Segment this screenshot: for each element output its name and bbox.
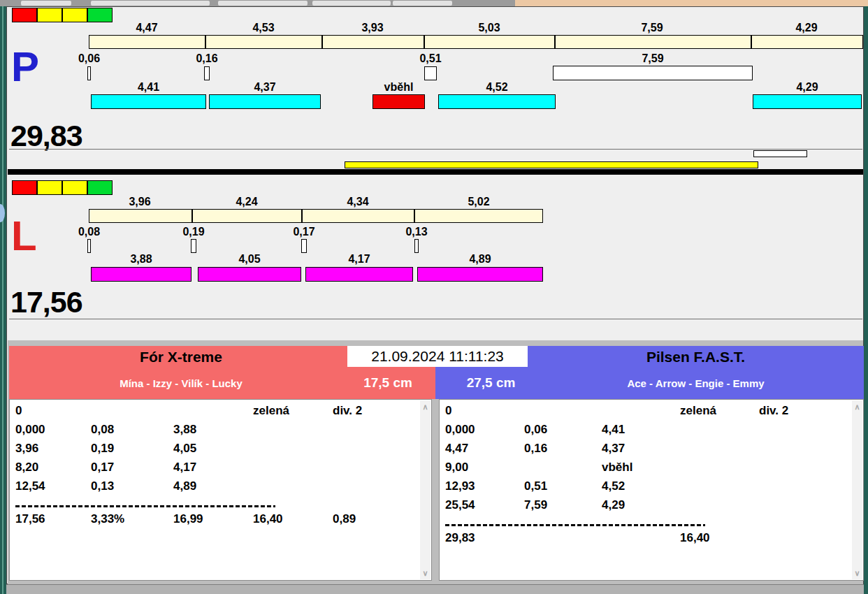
run-time-label: 4,41 <box>117 81 180 94</box>
panel-letter-p: P <box>11 46 67 88</box>
table-cell: div. 2 <box>759 404 788 418</box>
run-bar <box>91 94 206 109</box>
run-time-label: 4,05 <box>218 253 281 266</box>
start-marker <box>301 239 307 253</box>
panel-total-p: 29,83 <box>10 119 82 153</box>
table-cell: 0,13 <box>91 479 114 493</box>
split-tick <box>424 35 425 49</box>
results-table-left: ∧ ∨ <box>9 399 432 581</box>
dash-line <box>445 524 705 526</box>
background-toolbar-segment <box>218 1 308 6</box>
background-desktop-strip <box>515 0 868 6</box>
run-time-label: 4,89 <box>449 253 512 266</box>
start-marker <box>87 239 91 253</box>
scroll-up-icon[interactable]: ∧ <box>420 402 431 412</box>
panel-letter-l: L <box>11 215 67 257</box>
background-left-edge-line <box>2 6 3 594</box>
team-name-left: Fór X-treme <box>9 349 353 365</box>
dash-line <box>15 505 275 507</box>
team-name-right: Pilsen F.A.S.T. <box>528 349 864 365</box>
run-time-label: 4,29 <box>776 81 839 94</box>
table-cell: 4,17 <box>173 461 196 475</box>
table-cell: div. 2 <box>333 404 362 418</box>
table-cell: 29,83 <box>445 531 475 545</box>
table-cell: 3,33% <box>91 512 124 526</box>
run-bar <box>305 267 413 282</box>
background-toolbar-segment <box>91 1 210 6</box>
scrollbar-left[interactable]: ∧ ∨ <box>420 400 431 579</box>
panel-total-l: 17,56 <box>10 285 82 319</box>
table-cell: 4,41 <box>602 423 625 437</box>
run-bar <box>417 267 543 282</box>
run-time-label: 4,17 <box>328 253 391 266</box>
scrollbar-right[interactable]: ∧ ∨ <box>852 400 862 579</box>
split-time-label: 3,96 <box>108 196 171 208</box>
table-cell: 3,88 <box>173 423 196 437</box>
datetime-display: 21.09.2024 11:11:23 <box>347 346 528 367</box>
split-tick <box>554 35 556 49</box>
table-cell: 0,000 <box>445 423 475 437</box>
table-cell: 0 <box>445 404 451 418</box>
background-toolbar-segment <box>21 1 71 6</box>
traffic-light-green-l <box>87 180 113 195</box>
traffic-light-red-p <box>12 8 37 22</box>
panel-divider-line <box>9 319 862 319</box>
lane-divider <box>8 169 863 175</box>
traffic-light-red-l <box>12 180 37 195</box>
scroll-down-icon[interactable]: ∨ <box>420 568 431 578</box>
table-cell: 7,59 <box>524 498 547 512</box>
table-cell: 0 <box>15 404 22 418</box>
table-cell: 4,05 <box>173 442 196 456</box>
run-time-label: vběhl <box>368 81 431 94</box>
run-bar <box>372 94 425 109</box>
scroll-down-icon[interactable]: ∨ <box>852 568 862 578</box>
traffic-light-yellow1-p <box>37 8 62 22</box>
table-cell: 0,16 <box>524 442 547 456</box>
table-cell: 12,54 <box>15 479 45 493</box>
split-bar-l <box>89 209 543 223</box>
traffic-light-yellow1-l <box>37 180 62 195</box>
scroll-up-icon[interactable]: ∧ <box>852 402 862 412</box>
traffic-light-yellow2-l <box>62 180 87 195</box>
jump-height-left: 17,5 cm <box>349 375 426 391</box>
table-cell: 4,37 <box>602 442 625 456</box>
traffic-light-green-p <box>87 8 113 22</box>
split-tick <box>751 35 752 49</box>
table-cell: 16,99 <box>173 512 203 526</box>
run-bar <box>753 94 862 109</box>
split-time-label: 5,03 <box>458 22 521 34</box>
run-time-label: 4,52 <box>465 81 528 94</box>
table-cell: 16,40 <box>680 531 710 545</box>
progress-yellow-bar <box>345 161 758 168</box>
start-marker-label: 0,13 <box>385 226 448 238</box>
progress-white-rect <box>753 150 807 157</box>
table-cell: 0,000 <box>15 423 45 437</box>
start-marker <box>191 239 196 253</box>
panel-divider-line <box>9 149 862 150</box>
start-marker <box>204 66 210 80</box>
table-cell: 0,06 <box>524 423 547 437</box>
window-bottom-strip <box>6 584 864 594</box>
rerun-gap-bar <box>553 66 753 80</box>
split-time-label: 4,53 <box>232 22 295 34</box>
table-cell: 9,00 <box>445 461 468 475</box>
table-cell: 16,40 <box>253 512 283 526</box>
start-marker-label: 0,17 <box>273 226 335 238</box>
split-time-label: 4,47 <box>115 22 178 34</box>
start-marker <box>424 66 437 80</box>
table-cell: 0,51 <box>524 479 547 493</box>
split-tick <box>191 209 193 223</box>
start-marker-label: 0,51 <box>399 52 462 65</box>
run-bar <box>198 267 301 282</box>
split-tick <box>301 209 303 223</box>
jump-height-right: 27,5 cm <box>454 375 528 391</box>
table-cell: zelená <box>253 404 289 418</box>
table-cell: vběhl <box>602 461 632 475</box>
split-time-label: 4,29 <box>775 22 838 34</box>
split-time-label: 5,02 <box>447 196 510 208</box>
start-marker-label: 0,06 <box>58 52 121 65</box>
split-tick <box>321 35 323 49</box>
split-tick <box>414 209 415 223</box>
split-time-label: 4,24 <box>215 196 278 208</box>
start-marker <box>87 66 91 80</box>
